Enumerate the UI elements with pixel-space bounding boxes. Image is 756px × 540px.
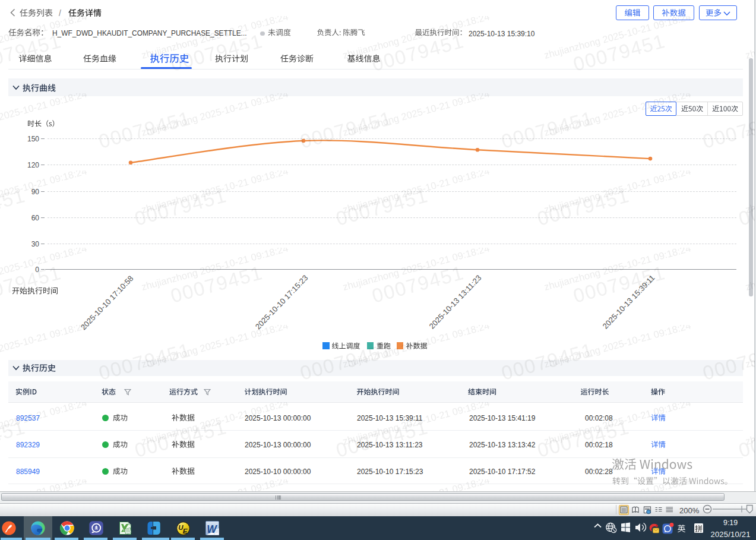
svg-text:W: W bbox=[207, 523, 217, 535]
svg-text:E: E bbox=[183, 528, 188, 535]
